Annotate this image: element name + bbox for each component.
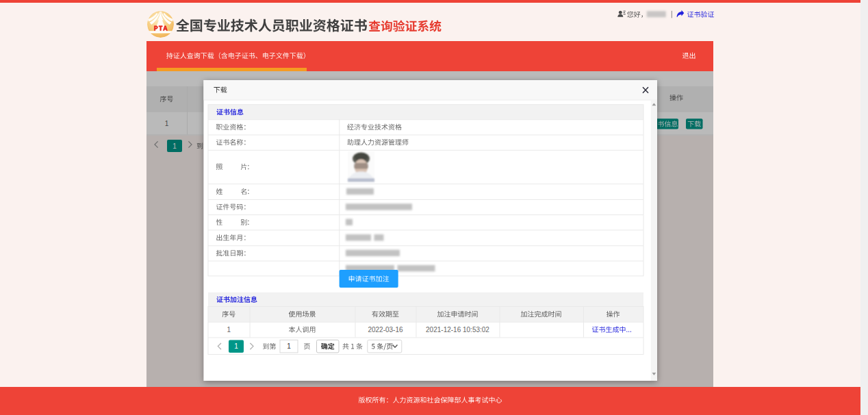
svg-text:2022-03-16: 2022-03-16 <box>368 326 403 334</box>
svg-text:1: 1 <box>227 326 231 334</box>
svg-text:1: 1 <box>234 342 238 350</box>
svg-text:1: 1 <box>287 342 291 350</box>
svg-text:2021-12-16 10:53:02: 2021-12-16 10:53:02 <box>426 326 489 334</box>
